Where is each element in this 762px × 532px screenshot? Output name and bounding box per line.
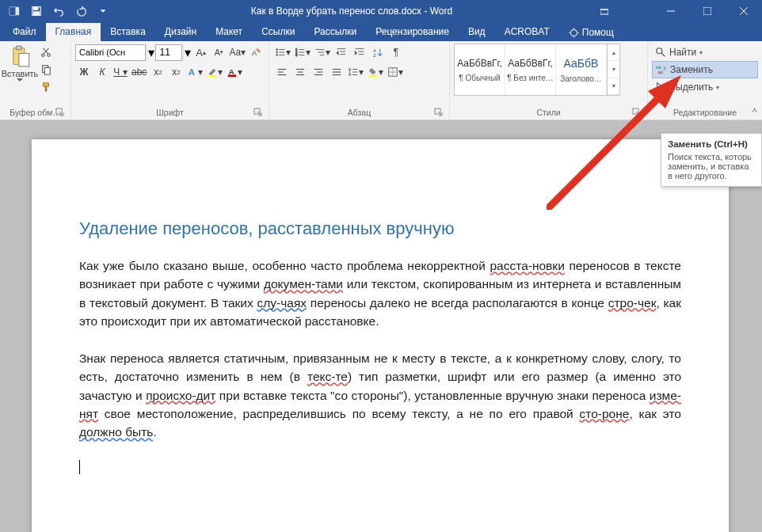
shading-icon[interactable]: ▾ [366, 63, 385, 81]
chevron-down-icon[interactable]: ▾ [183, 44, 192, 61]
font-name-combo[interactable]: Calibri (Осн [75, 44, 146, 61]
heading: Удаление переносов, расставленных вручну… [79, 218, 681, 239]
svg-rect-5 [600, 10, 608, 14]
justify-icon[interactable] [328, 63, 345, 81]
tab-layout[interactable]: Макет [206, 23, 252, 41]
window-controls [586, 0, 762, 22]
undo-icon[interactable] [49, 2, 68, 21]
format-painter-icon[interactable] [37, 78, 55, 96]
scroll-down-icon[interactable]: ▾ [608, 61, 619, 78]
tooltip-body: Поиск текста, которь заменить, и вставка… [668, 152, 755, 180]
align-center-icon[interactable] [291, 63, 309, 81]
svg-text:ac: ac [658, 69, 664, 74]
styles-gallery[interactable]: АаБбВвГг, ¶ Обычный АаБбВвГг, ¶ Без инте… [454, 44, 620, 96]
multilevel-icon[interactable]: ▾ [313, 44, 332, 61]
font-size-combo[interactable]: 11 [155, 44, 181, 61]
underline-icon[interactable]: Ч ▾ [112, 63, 129, 81]
select-label: Выделить [669, 82, 713, 93]
text-effects-icon[interactable]: A▾ [185, 63, 204, 81]
style-no-spacing[interactable]: АаБбВвГг, ¶ Без инте… [505, 44, 556, 95]
change-case-icon[interactable]: Aa▾ [229, 44, 246, 61]
svg-text:A: A [189, 67, 195, 77]
bold-icon[interactable]: Ж [75, 63, 93, 81]
svg-text:3: 3 [295, 53, 298, 57]
increase-indent-icon[interactable] [351, 44, 368, 61]
tab-design[interactable]: Дизайн [155, 23, 206, 41]
paste-label: Вставить [2, 69, 39, 78]
scroll-up-icon[interactable]: ▴ [608, 44, 619, 61]
launcher-icon[interactable] [55, 108, 65, 117]
tab-references[interactable]: Ссылки [252, 23, 304, 41]
font-color-icon[interactable]: A▾ [225, 63, 244, 81]
tab-file[interactable]: Файл [3, 23, 46, 41]
minimize-icon[interactable] [653, 0, 689, 22]
italic-icon[interactable]: К [93, 63, 111, 81]
svg-rect-25 [228, 75, 237, 78]
style-name: ¶ Обычный [459, 74, 500, 82]
style-name: Заголово… [560, 74, 602, 83]
text-cursor [79, 460, 80, 474]
borders-icon[interactable]: ▾ [386, 63, 405, 81]
ribbon: Вставить Буфер обм… Calibri (Осн ▾ 11 ▾ … [0, 41, 762, 120]
redo-icon[interactable] [71, 2, 90, 21]
svg-point-29 [276, 51, 278, 53]
highlight-icon[interactable]: ▾ [205, 63, 224, 81]
maximize-icon[interactable] [689, 0, 726, 22]
svg-point-15 [42, 54, 45, 57]
ribbon-tabs: Файл Главная Вставка Дизайн Макет Ссылки… [0, 22, 762, 41]
svg-rect-3 [34, 7, 38, 10]
paragraph-2: Знак переноса является статичным, привяз… [79, 349, 681, 441]
window-title: Как в Ворде убрать перенос слов.docx - W… [117, 6, 586, 17]
tab-home[interactable]: Главная [46, 23, 101, 41]
copy-icon[interactable] [37, 61, 55, 78]
paragraph-1: Как уже было сказано выше, особенно част… [79, 256, 681, 330]
line-spacing-icon[interactable]: ▾ [346, 63, 365, 81]
style-heading[interactable]: АаБбВ Заголово… [556, 44, 607, 95]
paste-button[interactable]: Вставить [4, 44, 36, 106]
pilcrow-icon[interactable]: ¶ [387, 44, 405, 61]
svg-rect-14 [19, 54, 29, 66]
group-label-font: Шрифт [75, 106, 265, 120]
tell-me[interactable]: Помощ [562, 24, 620, 41]
close-icon[interactable] [726, 0, 762, 22]
sort-icon[interactable]: AZ [369, 44, 387, 61]
tab-view[interactable]: Вид [459, 23, 495, 41]
group-label-clipboard: Буфер обм… [4, 106, 67, 120]
decrease-indent-icon[interactable] [333, 44, 350, 61]
launcher-icon[interactable] [632, 108, 642, 117]
superscript-icon[interactable]: x2 [167, 63, 185, 81]
cut-icon[interactable] [37, 44, 55, 61]
svg-point-31 [276, 55, 278, 56]
tab-insert[interactable]: Вставка [101, 23, 155, 41]
launcher-icon[interactable] [253, 108, 263, 117]
document-area: Удаление переносов, расставленных вручну… [0, 120, 762, 532]
gallery-more-icon[interactable]: ▾ [608, 78, 619, 95]
tab-review[interactable]: Рецензирование [366, 23, 459, 41]
shrink-font-icon[interactable]: A▾ [211, 44, 228, 61]
group-label-editing: Редактирование [652, 106, 758, 120]
grow-font-icon[interactable]: A▴ [192, 44, 210, 61]
svg-point-11 [570, 29, 577, 36]
tab-acrobat[interactable]: ACROBAT [495, 23, 559, 41]
svg-point-16 [48, 54, 51, 57]
select-button[interactable]: Выделить ▾ [652, 78, 758, 96]
find-button[interactable]: Найти ▾ [652, 44, 758, 61]
page[interactable]: Удаление переносов, расставленных вручну… [32, 139, 729, 532]
svg-rect-19 [44, 83, 49, 86]
align-left-icon[interactable] [273, 63, 291, 81]
collapse-ribbon-icon[interactable]: ㅅ [750, 104, 759, 116]
style-normal[interactable]: АаБбВвГг, ¶ Обычный [455, 44, 505, 95]
bullets-icon[interactable]: ▾ [273, 44, 292, 61]
numbering-icon[interactable]: 123▾ [293, 44, 312, 61]
clear-formatting-icon[interactable]: A [247, 44, 265, 61]
save-icon[interactable] [27, 2, 46, 21]
tab-mailings[interactable]: Рассылки [304, 23, 366, 41]
subscript-icon[interactable]: x2 [149, 63, 166, 81]
strike-icon[interactable]: abc [130, 63, 148, 81]
chevron-down-icon[interactable]: ▾ [147, 44, 155, 61]
ribbon-opts-icon[interactable] [586, 0, 623, 22]
launcher-icon[interactable] [434, 108, 444, 117]
align-right-icon[interactable] [310, 63, 327, 81]
qat-more-icon[interactable] [93, 2, 112, 21]
replace-button[interactable]: abac Заменить [652, 61, 758, 78]
